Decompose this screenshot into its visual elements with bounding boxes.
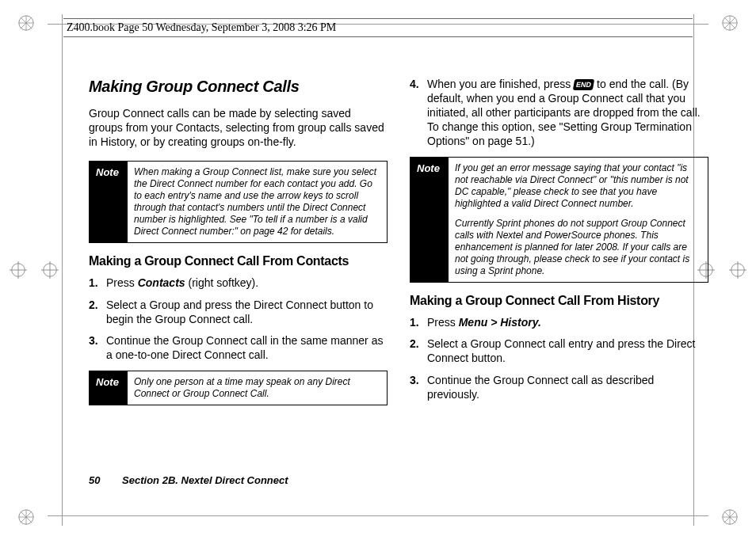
registration-icon	[17, 508, 35, 526]
crop-rule-left	[62, 14, 63, 526]
print-header: Z400.book Page 50 Wednesday, September 3…	[63, 18, 693, 37]
step-text: When you are finished, press	[427, 78, 574, 90]
registration-icon	[17, 14, 35, 32]
lead-paragraph: Group Connect calls can be made by selec…	[89, 107, 388, 150]
crosshair-icon	[41, 261, 59, 279]
note-body: When making a Group Connect list, make s…	[128, 162, 387, 242]
note-label: Note	[410, 158, 449, 282]
steps-list-continued: When you are finished, press END to end …	[410, 78, 708, 149]
crop-rule-bottom	[48, 515, 708, 516]
registration-icon	[721, 508, 739, 526]
step-item: Press Menu > History.	[410, 316, 708, 330]
subsection-title: Making a Group Connect Call From Contact…	[89, 254, 388, 268]
step-item: Press Contacts (right softkey).	[89, 276, 388, 291]
step-item: Continue the Group Connect call as descr…	[410, 374, 708, 402]
note-body: If you get an error message saying that …	[449, 158, 708, 282]
menu-path: Menu > History.	[459, 316, 541, 329]
page-body: Making Group Connect Calls Group Connect…	[89, 78, 708, 475]
steps-list: Press Menu > History. Select a Group Con…	[410, 316, 708, 403]
step-item: When you are finished, press END to end …	[410, 78, 708, 149]
note-box: Note When making a Group Connect list, m…	[89, 161, 388, 243]
note-box: Note Only one person at a time may speak…	[89, 371, 388, 405]
section-label: Section 2B. Nextel Direct Connect	[122, 474, 288, 486]
step-item: Select a Group Connect call entry and pr…	[410, 337, 708, 366]
note-label: Note	[90, 371, 128, 405]
step-text: (right softkey).	[185, 276, 259, 289]
note-body: Only one person at a time may speak on a…	[128, 371, 387, 405]
steps-list: Press Contacts (right softkey). Select a…	[89, 276, 388, 363]
note-box: Note If you get an error message saying …	[410, 157, 708, 283]
note-label: Note	[90, 162, 128, 242]
registration-icon	[721, 14, 739, 32]
left-column: Making Group Connect Calls Group Connect…	[89, 78, 388, 475]
end-key-icon: END	[573, 79, 594, 90]
note-body-text: When making a Group Connect list, make s…	[134, 166, 380, 238]
subsection-title: Making a Group Connect Call From History	[410, 294, 708, 308]
print-header-text: Z400.book Page 50 Wednesday, September 3…	[67, 21, 336, 33]
crosshair-icon	[729, 261, 746, 279]
page-footer: 50 Section 2B. Nextel Direct Connect	[89, 474, 288, 486]
step-text: Press	[106, 276, 138, 289]
softkey-name: Contacts	[138, 276, 185, 289]
right-column: When you are finished, press END to end …	[410, 78, 708, 475]
step-text: Press	[427, 316, 459, 329]
note-body-text: Currently Sprint phones do not support G…	[455, 218, 701, 277]
crosshair-icon	[10, 261, 27, 279]
step-item: Select a Group and press the Direct Conn…	[89, 299, 388, 327]
page-number: 50	[89, 474, 100, 486]
step-item: Continue the Group Connect call in the s…	[89, 334, 388, 363]
section-title: Making Group Connect Calls	[89, 78, 388, 96]
note-body-text: Only one person at a time may speak on a…	[134, 376, 380, 400]
note-body-text: If you get an error message saying that …	[455, 162, 701, 210]
